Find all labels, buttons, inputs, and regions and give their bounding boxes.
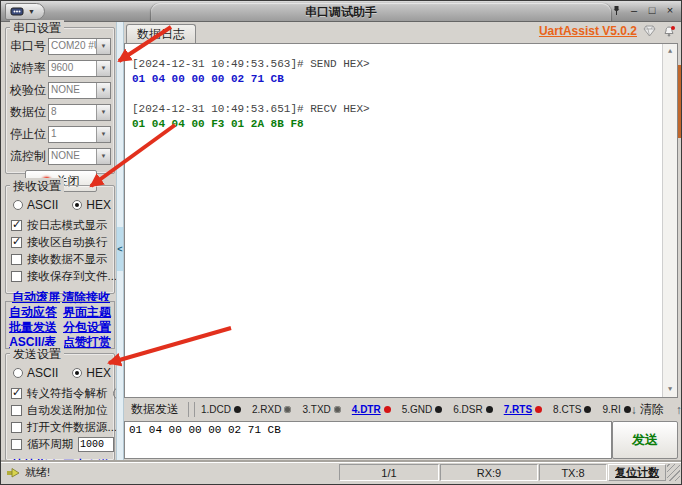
port-field-row: 串口号 COM20 #US ▼ xyxy=(10,38,111,54)
shortcuts-box: 自动应答 界面主题 批量发送 分包设置 ASCII/表 点赞打赏 xyxy=(5,301,115,349)
pin-dcd: 1.DCD xyxy=(201,404,241,415)
cycle-send-checkbox[interactable] xyxy=(11,439,22,450)
window-title: 串口调试助手 xyxy=(1,4,681,21)
tab-data-send[interactable]: 数据发送 xyxy=(124,401,186,418)
pin-txd: 3.TXD xyxy=(302,404,340,415)
serial-settings-title: 串口设置 xyxy=(10,20,64,37)
log-entry-sent-data: 01 04 00 00 00 02 71 CB xyxy=(132,72,659,87)
log-tab-bar: 数据日志 UartAssist V5.0.2 xyxy=(124,23,678,43)
pin-cts: 8.CTS xyxy=(553,404,591,415)
send-panel-bar: 数据发送 1.DCD 2.RXD 3.TXD 4.DTR 5.GND xyxy=(124,400,678,419)
send-settings-group: 发送设置 ASCII HEX 转义符指令解析 i 自动发送附加位 打开文件数据源… xyxy=(5,353,115,461)
ready-status: 就绪! xyxy=(1,464,338,481)
gem-icon[interactable] xyxy=(643,25,656,37)
arrow-up-icon: ↑ xyxy=(676,403,682,417)
log-entry-header: [2024-12-31 10:49:53.563]# SEND HEX> xyxy=(132,57,659,72)
pin-rxd: 2.RXD xyxy=(252,404,291,415)
ready-hand-icon xyxy=(7,467,20,478)
send-hex-radio[interactable] xyxy=(72,368,82,378)
pin-gnd: 5.GND xyxy=(402,404,443,415)
tab-data-log[interactable]: 数据日志 xyxy=(126,24,196,43)
send-settings-title: 发送设置 xyxy=(10,346,64,363)
send-input-row: 01 04 00 00 00 02 71 CB 发送 xyxy=(124,421,678,459)
pin-dsr-led-icon xyxy=(486,406,493,413)
page-indicator: 1/1 xyxy=(339,464,439,481)
chevron-down-icon[interactable]: ▼ xyxy=(96,149,110,164)
pin-cts-led-icon xyxy=(584,406,591,413)
stopbits-select[interactable]: 1 ▼ xyxy=(48,126,111,143)
serial-settings-group: 串口设置 串口号 COM20 #US ▼ 波特率 9600 ▼ 校验位 NONE xyxy=(5,27,115,174)
clear-send-button[interactable]: ↑ 清除 xyxy=(676,401,682,418)
chevron-down-icon[interactable]: ▼ xyxy=(96,83,110,98)
pin-ri: 9.RI xyxy=(602,404,630,415)
baud-select[interactable]: 9600 ▼ xyxy=(48,60,111,77)
minimize-button[interactable]: – xyxy=(626,3,642,17)
pin-dtr-led-icon xyxy=(384,406,391,413)
pin-ri-led-icon xyxy=(624,406,631,413)
tx-count: TX:8 xyxy=(539,464,607,481)
save-to-file-checkbox[interactable] xyxy=(11,271,22,282)
arrow-down-icon: ↓ xyxy=(631,403,637,417)
chevron-down-icon[interactable]: ▼ xyxy=(96,61,110,76)
databits-select[interactable]: 8 ▼ xyxy=(48,104,111,121)
clear-recv-button[interactable]: ↓ 清除 xyxy=(631,401,664,418)
maximize-button[interactable]: □ xyxy=(644,3,660,17)
pin-rts-led-icon xyxy=(535,406,542,413)
log-mode-checkbox[interactable] xyxy=(11,220,22,231)
pin-rts[interactable]: 7.RTS xyxy=(504,404,542,415)
hide-recv-checkbox[interactable] xyxy=(11,254,22,265)
auto-wrap-checkbox[interactable] xyxy=(11,237,22,248)
pin-dsr: 6.DSR xyxy=(453,404,492,415)
auto-append-checkbox[interactable] xyxy=(11,405,22,416)
databits-field-row: 数据位 8 ▼ xyxy=(10,104,111,120)
collapse-sidebar-handle[interactable]: < xyxy=(117,227,123,271)
settings-sidebar: 串口设置 串口号 COM20 #US ▼ 波特率 9600 ▼ 校验位 NONE xyxy=(4,22,116,462)
pin-dcd-led-icon xyxy=(234,406,241,413)
chevron-down-icon[interactable]: ▼ xyxy=(96,39,110,54)
log-scrollbar[interactable]: ▲ ▼ xyxy=(662,44,677,397)
scroll-up-icon[interactable]: ▲ xyxy=(663,45,677,58)
title-bar: ▼ 串口调试助手 – □ × xyxy=(1,1,681,22)
pin-gnd-led-icon xyxy=(435,406,442,413)
file-source-checkbox[interactable] xyxy=(11,422,22,433)
data-log-view[interactable]: [2024-12-31 10:49:53.563]# SEND HEX> 01 … xyxy=(124,43,678,398)
send-button[interactable]: 发送 xyxy=(612,421,678,459)
log-entry-recv-data: 01 04 04 00 F3 01 2A 8B F8 xyxy=(132,117,659,132)
receive-settings-group: 接收设置 ASCII HEX 按日志模式显示 接收区自动换行 接收数据不显示 xyxy=(5,185,115,294)
parity-field-row: 校验位 NONE ▼ xyxy=(10,82,111,98)
cycle-period-input[interactable] xyxy=(78,437,114,452)
parity-select[interactable]: NONE ▼ xyxy=(48,82,111,99)
sidebar-splitter[interactable]: < xyxy=(116,22,124,462)
stopbits-field-row: 停止位 1 ▼ xyxy=(10,126,111,142)
donate-link[interactable]: 点赞打赏 xyxy=(63,334,111,351)
pin-dtr[interactable]: 4.DTR xyxy=(352,404,391,415)
flowctrl-select[interactable]: NONE ▼ xyxy=(48,148,111,165)
pin-window-button[interactable] xyxy=(608,3,624,17)
resize-grip[interactable] xyxy=(667,464,680,481)
receive-settings-title: 接收设置 xyxy=(10,178,64,195)
recv-ascii-radio[interactable] xyxy=(13,200,23,210)
baud-field-row: 波特率 9600 ▼ xyxy=(10,60,111,76)
pin-txd-led-icon xyxy=(334,406,341,413)
recv-hex-radio[interactable] xyxy=(72,200,82,210)
notification-bell-icon[interactable] xyxy=(662,25,676,38)
close-window-button[interactable]: × xyxy=(662,3,678,17)
brand-version-link[interactable]: UartAssist V5.0.2 xyxy=(539,24,637,38)
separator xyxy=(188,402,195,417)
pushpin-icon xyxy=(612,5,621,16)
send-ascii-radio[interactable] xyxy=(13,368,23,378)
escape-parse-checkbox[interactable] xyxy=(11,388,22,399)
pin-rxd-led-icon xyxy=(284,406,291,413)
chevron-down-icon[interactable]: ▼ xyxy=(96,127,110,142)
scroll-down-icon[interactable]: ▼ xyxy=(663,383,677,396)
chevron-down-icon[interactable]: ▼ xyxy=(96,105,110,120)
rx-count: RX:9 xyxy=(440,464,538,481)
port-select[interactable]: COM20 #US ▼ xyxy=(48,38,111,55)
flowctrl-field-row: 流控制 NONE ▼ xyxy=(10,148,111,164)
edge-highlight-strip xyxy=(678,65,681,138)
send-data-input[interactable]: 01 04 00 00 00 02 71 CB xyxy=(124,421,612,459)
app-window: ▼ 串口调试助手 – □ × 串口设置 串口号 COM20 #US ▼ xyxy=(0,0,682,485)
log-entry-header: [2024-12-31 10:49:53.651]# RECV HEX> xyxy=(132,102,659,117)
status-bar: 就绪! 1/1 RX:9 TX:8 复位计数 xyxy=(1,462,681,482)
reset-count-button[interactable]: 复位计数 xyxy=(608,464,666,481)
